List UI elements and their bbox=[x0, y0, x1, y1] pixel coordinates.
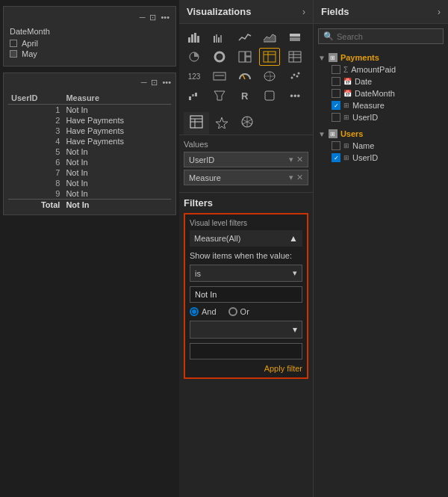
row-id: 4 bbox=[8, 136, 63, 146]
svg-rect-0 bbox=[188, 37, 190, 43]
table-row: 2 Have Payments bbox=[8, 115, 171, 126]
dropdown-arrow-icon: ▾ bbox=[289, 155, 293, 164]
svg-rect-23 bbox=[214, 72, 225, 80]
viz-panel: Visualizations › bbox=[179, 0, 314, 497]
filter-value-input[interactable] bbox=[190, 286, 302, 303]
filter-header[interactable]: Measure(All) ▲ bbox=[190, 230, 302, 247]
fields-panel-arrow[interactable]: › bbox=[438, 7, 441, 17]
viz-icon-area[interactable] bbox=[259, 28, 280, 46]
group-name-users: Users bbox=[340, 129, 364, 138]
viz-tab-format[interactable] bbox=[209, 112, 234, 135]
apply-filter-button[interactable]: Apply filter bbox=[264, 364, 302, 373]
search-input[interactable] bbox=[337, 32, 438, 41]
row-id: 2 bbox=[8, 115, 63, 126]
and-radio[interactable] bbox=[190, 307, 199, 316]
viz-icon-cluster-bar[interactable] bbox=[209, 28, 230, 46]
legend-label-may: May bbox=[22, 49, 37, 58]
legend-item-may: May bbox=[10, 49, 169, 58]
search-icon: 🔍 bbox=[323, 31, 334, 41]
field-item-amountpaid[interactable]: Σ AmountPaid bbox=[318, 64, 444, 75]
row-measure: Not In bbox=[63, 188, 171, 200]
col-userid: UserID bbox=[8, 92, 63, 105]
viz-icon-bar[interactable] bbox=[184, 28, 205, 46]
checkbox-datemonth[interactable] bbox=[332, 89, 340, 98]
checkbox-amountpaid[interactable] bbox=[332, 65, 340, 74]
search-box: 🔍 bbox=[318, 28, 444, 44]
viz-icon-matrix[interactable] bbox=[284, 48, 305, 66]
table-card: ─ ⊡ ••• UserID Measure 1 Not In 2 Have P… bbox=[3, 72, 176, 215]
close-icon[interactable]: ✕ bbox=[296, 155, 303, 164]
sigma-icon-amountpaid: Σ bbox=[343, 66, 348, 74]
group-name-payments: Payments bbox=[340, 53, 379, 62]
second-filter-input[interactable] bbox=[190, 343, 302, 359]
table-row: 4 Have Payments bbox=[8, 136, 171, 146]
viz-icon-python[interactable] bbox=[259, 87, 280, 105]
viz-icon-table[interactable] bbox=[259, 48, 280, 66]
tree-group-payments: ▼ ⊞ Payments Σ AmountPaid 📅 Date bbox=[318, 52, 444, 123]
table-total-row: Total Not In bbox=[8, 200, 171, 211]
expand-icon[interactable]: ⊡ bbox=[149, 13, 156, 22]
viz-panel-arrow[interactable]: › bbox=[302, 7, 305, 17]
field-item-measure[interactable]: ✓ ⊞ Measure bbox=[318, 99, 444, 111]
field-item-name[interactable]: ⊞ Name bbox=[318, 140, 444, 152]
card-header: ─ ⊡ ••• bbox=[10, 13, 169, 22]
checkbox-measure[interactable]: ✓ bbox=[332, 101, 340, 110]
left-panel: ─ ⊡ ••• DateMonth April May ─ ⊡ ••• User… bbox=[0, 0, 179, 497]
more-icon[interactable]: ••• bbox=[161, 13, 169, 22]
viz-icon-kpi[interactable]: 123 bbox=[184, 67, 205, 85]
condition-dropdown-label: is bbox=[195, 269, 201, 278]
field-name-amountpaid: AmountPaid bbox=[351, 65, 396, 74]
svg-rect-4 bbox=[214, 36, 215, 43]
or-radio[interactable] bbox=[228, 307, 237, 316]
legend-item-april: April bbox=[10, 39, 169, 48]
table-menu-icon[interactable]: ─ bbox=[141, 78, 147, 87]
row-measure: Not In bbox=[63, 146, 171, 157]
field-item-userid-users[interactable]: ✓ ⊞ UserID bbox=[318, 152, 444, 164]
field-item-date[interactable]: 📅 Date bbox=[318, 75, 444, 87]
viz-icon-treemap[interactable] bbox=[234, 48, 255, 66]
field-item-userid-payments[interactable]: ⊞ UserID bbox=[318, 111, 444, 123]
close-icon-2[interactable]: ✕ bbox=[296, 173, 303, 182]
or-radio-label[interactable]: Or bbox=[228, 307, 249, 316]
viz-icon-more[interactable]: ••• bbox=[284, 87, 305, 105]
visual-filters-box: Visual level filters Measure(All) ▲ Show… bbox=[184, 213, 308, 379]
second-condition-dropdown[interactable]: ▾ bbox=[190, 321, 302, 339]
checkbox-name[interactable] bbox=[332, 141, 340, 150]
viz-icon-r[interactable]: R bbox=[234, 87, 255, 105]
field-item-datemonth[interactable]: 📅 DateMonth bbox=[318, 87, 444, 99]
viz-tab-fields[interactable] bbox=[184, 112, 209, 135]
tree-group-users-header[interactable]: ▼ ⊞ Users bbox=[318, 128, 444, 140]
row-id: 5 bbox=[8, 146, 63, 157]
svg-rect-32 bbox=[189, 96, 191, 100]
and-radio-label[interactable]: And bbox=[190, 307, 217, 316]
row-measure: Have Payments bbox=[63, 126, 171, 136]
svg-rect-13 bbox=[239, 52, 245, 62]
viz-tab-analytics[interactable] bbox=[234, 112, 260, 135]
viz-icon-card[interactable] bbox=[209, 67, 230, 85]
svg-rect-19 bbox=[289, 52, 301, 62]
menu-icon[interactable]: ─ bbox=[140, 13, 146, 22]
chevron-down-icon: ▼ bbox=[318, 54, 326, 62]
viz-icon-donut[interactable] bbox=[209, 48, 230, 66]
field-pill-userid[interactable]: UserID ▾ ✕ bbox=[184, 152, 308, 167]
viz-icon-map[interactable] bbox=[259, 67, 280, 85]
table-more-icon[interactable]: ••• bbox=[162, 78, 171, 87]
field-pill-measure[interactable]: Measure ▾ ✕ bbox=[184, 170, 308, 185]
table-expand-icon[interactable]: ⊡ bbox=[151, 78, 158, 87]
checkbox-date[interactable] bbox=[332, 77, 340, 86]
viz-icon-stacked[interactable] bbox=[284, 28, 305, 46]
viz-icon-pie[interactable] bbox=[184, 48, 205, 66]
checkbox-userid-payments[interactable] bbox=[332, 113, 340, 122]
apply-filter-row: Apply filter bbox=[190, 364, 302, 373]
filter-header-text: Measure(All) bbox=[194, 234, 240, 243]
viz-icon-line[interactable] bbox=[234, 28, 255, 46]
viz-icon-funnel[interactable] bbox=[209, 87, 230, 105]
tree-group-payments-header[interactable]: ▼ ⊞ Payments bbox=[318, 52, 444, 64]
condition-dropdown[interactable]: is ▾ bbox=[190, 265, 302, 282]
viz-icon-gauge[interactable] bbox=[234, 67, 255, 85]
viz-icon-waterfall[interactable] bbox=[184, 87, 205, 105]
fields-panel-title: Fields bbox=[321, 6, 349, 17]
checkbox-userid-users[interactable]: ✓ bbox=[332, 153, 340, 162]
field-name-measure: Measure bbox=[352, 101, 385, 110]
viz-icon-scatter[interactable] bbox=[284, 67, 305, 85]
